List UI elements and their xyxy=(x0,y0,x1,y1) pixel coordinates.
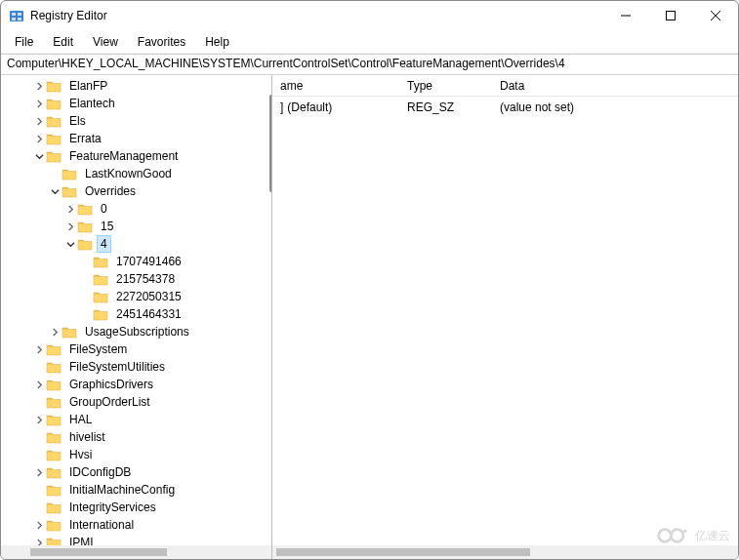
value-name-clip: ] xyxy=(280,100,283,114)
folder-icon xyxy=(93,307,108,321)
svg-rect-6 xyxy=(667,12,676,20)
chevron-none xyxy=(79,307,93,321)
tree-item-k0[interactable]: 0 xyxy=(17,200,271,218)
tree-item-graphics[interactable]: GraphicsDrivers xyxy=(17,376,271,393)
folder-icon xyxy=(93,272,108,286)
values-horizontal-scrollbar[interactable] xyxy=(272,545,738,559)
chevron-right-icon[interactable] xyxy=(32,518,46,532)
column-header-name[interactable]: ame xyxy=(272,75,399,97)
tree-item-sub3[interactable]: 2272050315 xyxy=(17,288,271,305)
tree-item-sub4[interactable]: 2451464331 xyxy=(17,305,271,323)
menu-view[interactable]: View xyxy=(85,33,126,51)
tree-label: FeatureManagement xyxy=(65,147,182,165)
svg-point-11 xyxy=(683,530,687,534)
folder-icon xyxy=(77,220,93,233)
minimize-button[interactable] xyxy=(603,1,648,30)
folder-icon xyxy=(46,149,62,163)
value-row[interactable]: ] (Default) REG_SZ (value not set) xyxy=(272,97,738,118)
chevron-none xyxy=(48,167,62,180)
tree-item-els[interactable]: Els xyxy=(17,112,271,130)
tree-item-sub1[interactable]: 1707491466 xyxy=(17,253,271,270)
tree-item-intl[interactable]: International xyxy=(17,516,271,534)
tree-label: 4 xyxy=(97,235,111,253)
tree-label: 1707491466 xyxy=(112,253,185,270)
chevron-none xyxy=(32,430,46,444)
chevron-right-icon[interactable] xyxy=(32,97,46,110)
value-name-cell: ] (Default) xyxy=(272,99,399,116)
window-controls xyxy=(603,1,738,30)
tree-label: 15 xyxy=(97,218,117,235)
tree-item-sub2[interactable]: 215754378 xyxy=(17,270,271,288)
chevron-down-icon[interactable] xyxy=(48,184,62,198)
chevron-down-icon[interactable] xyxy=(63,237,77,251)
chevron-none xyxy=(79,290,93,303)
chevron-none xyxy=(32,395,46,409)
tree-label: GroupOrderList xyxy=(65,393,154,411)
tree-item-hvsi[interactable]: Hvsi xyxy=(17,446,271,463)
menu-favorites[interactable]: Favorites xyxy=(130,33,193,51)
tree-item-initmachine[interactable]: InitialMachineConfig xyxy=(17,481,271,499)
tree-item-usagesubs[interactable]: UsageSubscriptions xyxy=(17,323,271,340)
chevron-right-icon[interactable] xyxy=(32,342,46,356)
tree-item-hivelist[interactable]: hivelist xyxy=(17,428,271,446)
value-name: (Default) xyxy=(287,100,332,114)
menu-file[interactable]: File xyxy=(7,33,41,51)
tree-label: Els xyxy=(65,112,90,130)
folder-icon xyxy=(93,290,108,303)
tree-item-elantech[interactable]: Elantech xyxy=(17,95,271,112)
tree-item-overrides[interactable]: Overrides xyxy=(17,182,271,200)
chevron-right-icon[interactable] xyxy=(63,202,77,216)
tree-item-filesystem[interactable]: FileSystem xyxy=(17,340,271,358)
tree-item-integrity[interactable]: IntegrityServices xyxy=(17,499,271,516)
chevron-none xyxy=(32,483,46,497)
tree-item-lastknowngood[interactable]: LastKnownGood xyxy=(17,165,271,182)
address-bar[interactable]: Computer\HKEY_LOCAL_MACHINE\SYSTEM\Curre… xyxy=(1,54,738,75)
tree-label: InitialMachineConfig xyxy=(65,481,179,499)
tree-label: 2451464331 xyxy=(112,305,185,323)
column-header-type[interactable]: Type xyxy=(399,75,492,97)
tree-item-k4[interactable]: 4 xyxy=(17,235,271,253)
folder-icon xyxy=(93,255,108,268)
column-header-data[interactable]: Data xyxy=(492,75,738,97)
tree-label: IDConfigDB xyxy=(65,463,135,481)
tree-item-featuremgmt[interactable]: FeatureManagement xyxy=(17,147,271,165)
tree-label: FileSystem xyxy=(65,340,131,358)
maximize-button[interactable] xyxy=(648,1,693,30)
tree-label: Errata xyxy=(65,130,105,147)
chevron-right-icon[interactable] xyxy=(32,378,46,391)
tree-item-elanfp[interactable]: ElanFP xyxy=(17,77,271,95)
folder-icon xyxy=(46,465,62,479)
menubar: File Edit View Favorites Help xyxy=(1,30,738,54)
chevron-right-icon[interactable] xyxy=(32,413,46,426)
tree-label: ElanFP xyxy=(65,77,111,95)
tree-item-k15[interactable]: 15 xyxy=(17,218,271,235)
folder-icon xyxy=(46,430,62,444)
folder-icon xyxy=(46,360,62,374)
folder-icon xyxy=(46,413,62,426)
svg-rect-1 xyxy=(12,13,16,16)
close-button[interactable] xyxy=(693,1,738,30)
tree-horizontal-scrollbar[interactable] xyxy=(1,545,271,559)
menu-help[interactable]: Help xyxy=(197,33,237,51)
tree-item-fsutil[interactable]: FileSystemUtilities xyxy=(17,358,271,376)
tree-label: Elantech xyxy=(65,95,119,112)
chevron-right-icon[interactable] xyxy=(32,114,46,128)
tree-item-errata[interactable]: Errata xyxy=(17,130,271,147)
tree-label: 0 xyxy=(97,200,111,218)
chevron-down-icon[interactable] xyxy=(32,149,46,163)
chevron-right-icon[interactable] xyxy=(32,465,46,479)
tree-label: GraphicsDrivers xyxy=(65,376,157,393)
tree-item-grouporder[interactable]: GroupOrderList xyxy=(17,393,271,411)
menu-edit[interactable]: Edit xyxy=(45,33,81,51)
svg-rect-3 xyxy=(12,18,16,20)
tree-item-hal[interactable]: HAL xyxy=(17,411,271,428)
folder-icon xyxy=(46,448,62,461)
chevron-right-icon[interactable] xyxy=(32,132,46,145)
tree-item-idconfig[interactable]: IDConfigDB xyxy=(17,463,271,481)
tree-label: HAL xyxy=(65,411,96,428)
chevron-right-icon[interactable] xyxy=(32,79,46,93)
folder-icon xyxy=(46,132,62,145)
chevron-right-icon[interactable] xyxy=(48,325,62,339)
chevron-right-icon[interactable] xyxy=(63,220,77,233)
tree-label: Hvsi xyxy=(65,446,96,463)
